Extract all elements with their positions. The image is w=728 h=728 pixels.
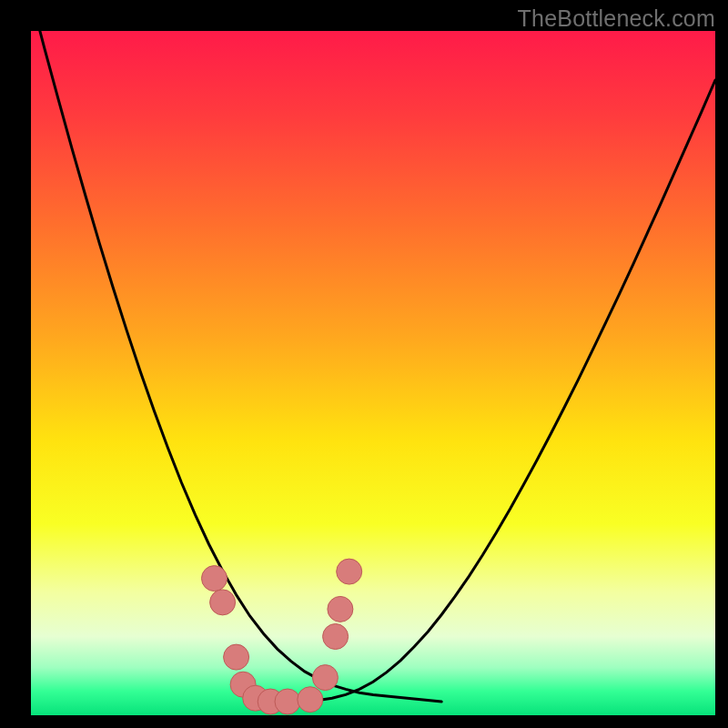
data-marker (312, 665, 338, 691)
data-marker (210, 590, 236, 615)
data-marker (224, 644, 249, 670)
data-marker (275, 689, 300, 714)
watermark-text: TheBottleneck.com (518, 5, 715, 32)
data-marker (298, 687, 323, 713)
data-marker (202, 566, 228, 592)
left-branch-curve (31, 31, 441, 702)
chart-curves (31, 31, 715, 715)
right-branch-curve (305, 80, 715, 702)
data-marker (328, 596, 353, 622)
data-markers (202, 559, 362, 714)
plot-area (31, 31, 715, 715)
chart-frame: TheBottleneck.com (0, 0, 728, 728)
data-marker (323, 624, 349, 650)
data-marker (337, 559, 362, 584)
